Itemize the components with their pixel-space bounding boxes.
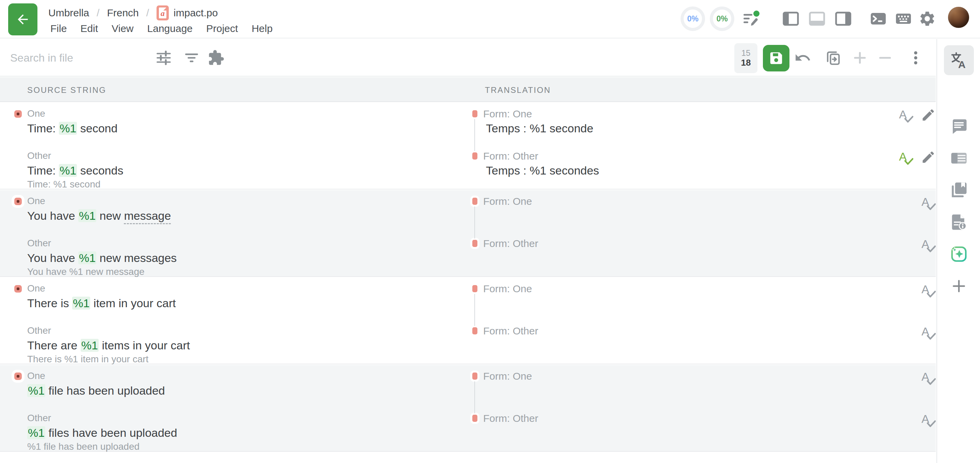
- approved-progress[interactable]: 0%: [710, 6, 734, 31]
- zoom-in-icon[interactable]: [850, 48, 870, 68]
- status-bullet-icon: [14, 372, 22, 380]
- menu-language[interactable]: Language: [145, 21, 195, 36]
- status-bullet-icon: [14, 110, 22, 118]
- translation-text[interactable]: Temps : %1 secondes: [486, 164, 599, 177]
- string-row[interactable]: One Time: %1 second Other Time: %1 secon…: [0, 103, 936, 189]
- tab-translations[interactable]: A: [944, 45, 974, 75]
- plural-form-label: One: [27, 283, 45, 294]
- menu-view[interactable]: View: [110, 21, 135, 36]
- translation-bullet-icon: [472, 198, 477, 205]
- source-text: You have %1 new messages: [27, 251, 177, 265]
- search-input[interactable]: [10, 48, 146, 68]
- string-row[interactable]: One %1 file has been uploaded Other %1 f…: [0, 365, 936, 452]
- layout-left-panel-icon[interactable]: [781, 9, 801, 29]
- counter-current: 15: [741, 48, 751, 58]
- translation-form-label[interactable]: Form: Other: [483, 325, 538, 337]
- translation-form-label[interactable]: Form: Other: [483, 413, 538, 424]
- spellcheck-icon[interactable]: [921, 195, 936, 211]
- tab-file-info[interactable]: [944, 207, 974, 237]
- spellcheck-icon[interactable]: [921, 325, 936, 340]
- settings-gear-icon[interactable]: [917, 9, 937, 29]
- context-text: Time: %1 second: [27, 179, 100, 190]
- breadcrumb-project[interactable]: Umbrella: [48, 7, 89, 19]
- translation-text[interactable]: Temps : %1 seconde: [486, 122, 593, 135]
- save-button[interactable]: [763, 45, 789, 72]
- plural-form-label: One: [27, 196, 45, 207]
- context-text: There is %1 item in your cart: [27, 354, 148, 365]
- source-text: There is %1 item in your cart: [27, 297, 176, 310]
- plural-form-label: Other: [27, 325, 51, 336]
- edit-pencil-icon[interactable]: [921, 150, 936, 165]
- translation-form-label[interactable]: Form: One: [483, 196, 532, 207]
- translation-form-label: Form: One: [483, 108, 532, 120]
- more-options-icon[interactable]: [906, 48, 926, 68]
- context-text: You have %1 new message: [27, 266, 145, 277]
- add-panel-button[interactable]: [944, 271, 974, 301]
- string-row-selected[interactable]: One You have %1 new message Other You ha…: [0, 190, 936, 277]
- layout-right-panel-icon[interactable]: [833, 9, 853, 29]
- string-row[interactable]: One There is %1 item in your cart Other …: [0, 278, 936, 364]
- translation-bullet-icon: [472, 153, 477, 159]
- translated-progress[interactable]: 0%: [681, 6, 705, 31]
- spellcheck-icon[interactable]: [921, 282, 936, 298]
- editor-toolbar: 15 18: [0, 39, 936, 76]
- spellcheck-icon[interactable]: [898, 108, 913, 123]
- console-icon[interactable]: [869, 9, 888, 29]
- menu-help[interactable]: Help: [250, 21, 275, 36]
- translation-bullet-icon: [472, 415, 477, 422]
- context-text: %1 file has been uploaded: [27, 441, 140, 452]
- tab-comments[interactable]: [944, 111, 974, 141]
- plural-form-label: One: [27, 108, 45, 119]
- tab-translation-memory[interactable]: [944, 175, 974, 205]
- file-type-icon: a: [156, 5, 169, 21]
- breadcrumb-language[interactable]: French: [107, 7, 138, 19]
- plus-icon: [950, 277, 968, 295]
- back-button[interactable]: [8, 3, 37, 35]
- layout-bottom-panel-icon[interactable]: [807, 9, 827, 29]
- tab-dictionary[interactable]: [944, 143, 974, 173]
- spellcheck-icon[interactable]: [921, 370, 936, 385]
- menu-project[interactable]: Project: [204, 21, 240, 36]
- plugins-puzzle-icon[interactable]: [206, 48, 226, 68]
- source-text: %1 file has been uploaded: [27, 384, 165, 397]
- menu-edit[interactable]: Edit: [78, 21, 100, 36]
- source-text: Time: %1 second: [27, 122, 118, 135]
- dictionary-card-icon: [950, 149, 968, 167]
- plural-form-label: One: [27, 371, 45, 381]
- translation-form-label[interactable]: Form: Other: [483, 238, 538, 249]
- plural-form-label: Other: [27, 238, 51, 249]
- tab-ai-assistant[interactable]: [944, 239, 974, 269]
- activity-log-icon[interactable]: [741, 9, 761, 29]
- translation-form-label: Form: Other: [483, 150, 538, 162]
- edit-pencil-icon[interactable]: [921, 108, 936, 123]
- spellcheck-icon[interactable]: [921, 412, 936, 428]
- keyboard-shortcuts-icon[interactable]: [894, 9, 913, 29]
- spellcheck-icon[interactable]: [898, 150, 913, 165]
- string-counter: 15 18: [734, 43, 757, 73]
- plural-form-label: Other: [27, 413, 51, 423]
- breadcrumb-file[interactable]: impact.po: [173, 7, 218, 19]
- form-connector-line: [474, 294, 475, 326]
- svg-text:A: A: [958, 59, 966, 70]
- menu-bar: File Edit View Language Project Help: [48, 21, 275, 37]
- search-options-icon[interactable]: [154, 48, 173, 68]
- translation-bullet-icon: [472, 372, 477, 380]
- translation-bullet-icon: [472, 327, 477, 334]
- undo-icon[interactable]: [793, 48, 813, 68]
- string-list: One Time: %1 second Other Time: %1 secon…: [0, 103, 936, 463]
- copy-source-icon[interactable]: [824, 48, 843, 68]
- menu-file[interactable]: File: [48, 21, 69, 36]
- comment-icon: [950, 117, 968, 135]
- spellcheck-icon[interactable]: [921, 237, 936, 253]
- top-bar: Umbrella / French / a impact.po File Edi…: [0, 0, 980, 38]
- breadcrumb: Umbrella / French / a impact.po: [48, 5, 218, 21]
- plural-form-label: Other: [27, 150, 51, 161]
- filter-icon[interactable]: [182, 48, 202, 68]
- translation-form-label[interactable]: Form: One: [483, 283, 532, 294]
- pages-bookmark-icon: [950, 181, 968, 199]
- avatar[interactable]: [948, 7, 969, 28]
- zoom-out-icon[interactable]: [875, 48, 895, 68]
- right-sidebar: A: [937, 39, 980, 463]
- column-header-source: SOURCE STRING: [27, 85, 107, 95]
- translation-form-label[interactable]: Form: One: [483, 371, 532, 382]
